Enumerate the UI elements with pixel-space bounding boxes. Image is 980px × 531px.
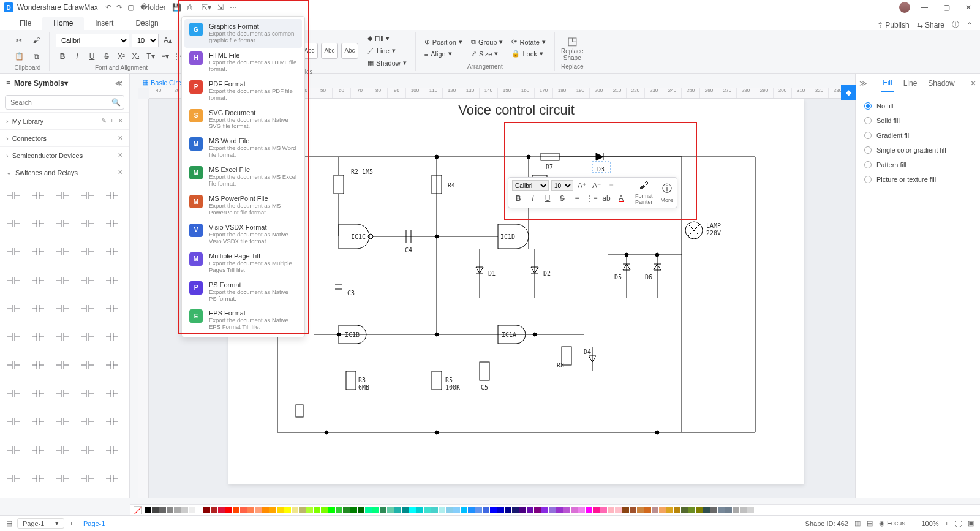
color-swatch[interactable] xyxy=(270,507,276,513)
fill-dropdown[interactable]: ◆ Fill▾ xyxy=(365,34,409,43)
export-item[interactable]: H HTML File Export the document as HTML … xyxy=(184,48,302,77)
category-semiconductor[interactable]: ›Semiconductor Devices✕ xyxy=(0,146,129,164)
color-swatch[interactable] xyxy=(189,507,195,513)
symbol-shape[interactable] xyxy=(53,467,76,489)
user-avatar[interactable] xyxy=(899,2,910,13)
remove-icon[interactable]: ✕ xyxy=(118,134,123,142)
mini-underline-icon[interactable]: U xyxy=(541,193,554,204)
text-fx-icon[interactable]: T▾ xyxy=(144,50,157,63)
color-swatch[interactable] xyxy=(681,507,688,513)
symbol-shape[interactable] xyxy=(28,410,51,432)
qa-more-icon[interactable]: ⋯ xyxy=(230,3,237,12)
color-swatch[interactable] xyxy=(718,507,725,513)
export-item[interactable]: M MS Word File Export the document as MS… xyxy=(184,134,302,162)
color-swatch[interactable] xyxy=(497,507,504,513)
color-swatch[interactable] xyxy=(365,507,372,513)
color-swatch[interactable] xyxy=(159,507,166,513)
symbol-shape[interactable] xyxy=(78,382,101,404)
bold-icon[interactable]: B xyxy=(56,50,69,63)
symbol-shape[interactable] xyxy=(78,269,101,292)
symbol-shape[interactable] xyxy=(4,213,27,235)
color-swatch[interactable] xyxy=(564,507,570,513)
symbol-shape[interactable] xyxy=(78,439,101,461)
symbol-search-input[interactable] xyxy=(5,95,108,110)
color-swatch[interactable] xyxy=(615,507,622,513)
color-swatch[interactable] xyxy=(733,507,739,513)
symbol-shape[interactable] xyxy=(102,326,126,348)
symbol-shape[interactable] xyxy=(102,354,126,376)
remove-icon[interactable]: ✕ xyxy=(118,151,123,159)
color-swatch[interactable] xyxy=(225,507,232,513)
color-swatch[interactable] xyxy=(637,507,644,513)
font-size-select[interactable]: 10 xyxy=(132,34,159,47)
symbol-shape[interactable] xyxy=(4,298,27,320)
color-swatch[interactable] xyxy=(387,507,394,513)
color-swatch[interactable] xyxy=(417,507,423,513)
zoom-in-button[interactable]: + xyxy=(945,520,949,527)
symbol-shape[interactable] xyxy=(53,298,76,320)
search-icon[interactable]: 🔍 xyxy=(108,95,124,110)
symbol-shape[interactable] xyxy=(78,410,101,432)
publish-button[interactable]: ⇡ Publish xyxy=(877,21,910,29)
strike-icon[interactable]: S̶ xyxy=(100,50,113,63)
superscript-icon[interactable]: X² xyxy=(115,50,128,63)
export-item[interactable]: S SVG Document Export the document as Na… xyxy=(184,105,302,134)
symbol-shape[interactable] xyxy=(53,410,76,432)
color-swatch[interactable] xyxy=(336,507,342,513)
fill-option[interactable]: Gradient fill xyxy=(864,128,971,143)
group-dropdown[interactable]: ⧉ Group▾ xyxy=(469,37,506,47)
format-painter-icon[interactable]: 🖌 xyxy=(29,34,43,47)
symbol-shape[interactable] xyxy=(53,269,76,292)
mini-fontcolor-icon[interactable]: A xyxy=(615,193,627,204)
page-tab[interactable]: Page-1 xyxy=(78,519,110,529)
position-dropdown[interactable]: ⊕ Position▾ xyxy=(422,37,465,47)
share-button[interactable]: ⇆ Share xyxy=(917,21,944,29)
style-swatch[interactable]: Abc xyxy=(341,43,358,59)
symbol-shape[interactable] xyxy=(78,213,101,235)
color-swatch[interactable] xyxy=(306,507,313,513)
symbol-shape[interactable] xyxy=(28,326,51,348)
color-swatch[interactable] xyxy=(571,507,578,513)
color-swatch[interactable] xyxy=(372,507,379,513)
symbol-shape[interactable] xyxy=(78,241,101,263)
export-item[interactable]: G Graphics Format Export the document as… xyxy=(184,19,302,48)
copy-icon[interactable]: ⧉ xyxy=(29,50,43,63)
undo-icon[interactable]: ↶ xyxy=(105,3,111,12)
color-swatch[interactable] xyxy=(328,507,335,513)
color-swatch[interactable] xyxy=(747,507,754,513)
color-swatch[interactable] xyxy=(314,507,320,513)
focus-button[interactable]: ◉ Focus xyxy=(879,519,905,527)
mini-size-select[interactable]: 10 xyxy=(551,180,573,191)
subscript-icon[interactable]: X₂ xyxy=(129,50,143,63)
italic-icon[interactable]: I xyxy=(70,50,84,63)
edit-icon[interactable]: ✎ xyxy=(101,117,107,125)
mini-grow-font-icon[interactable]: A⁺ xyxy=(576,180,588,191)
color-swatch[interactable] xyxy=(505,507,511,513)
symbol-shape[interactable] xyxy=(53,382,76,404)
symbol-shape[interactable] xyxy=(78,326,101,348)
symbol-shape[interactable] xyxy=(102,213,126,235)
color-swatch[interactable] xyxy=(622,507,629,513)
color-swatch[interactable] xyxy=(630,507,636,513)
symbol-shape[interactable] xyxy=(28,213,51,235)
lock-dropdown[interactable]: 🔒 Lock▾ xyxy=(509,49,548,58)
symbol-shape[interactable] xyxy=(102,269,126,292)
color-swatch[interactable] xyxy=(593,507,600,513)
paste-icon[interactable]: 📋 xyxy=(12,50,26,63)
symbol-shape[interactable] xyxy=(53,184,76,206)
color-swatch[interactable] xyxy=(740,507,747,513)
symbol-shape[interactable] xyxy=(78,467,101,489)
symbol-shape[interactable] xyxy=(53,354,76,376)
symbol-shape[interactable] xyxy=(4,184,27,206)
qa-print-icon[interactable]: ⎙ xyxy=(187,3,192,12)
pages-menu-icon[interactable]: ▤ xyxy=(6,519,12,527)
symbol-shape[interactable] xyxy=(28,184,51,206)
color-swatch[interactable] xyxy=(439,507,445,513)
mini-numbering-icon[interactable]: ⋮≡ xyxy=(586,193,598,204)
add-icon[interactable]: + xyxy=(110,117,114,125)
color-swatch[interactable] xyxy=(483,507,489,513)
symbol-shape[interactable] xyxy=(78,354,101,376)
collapse-panel-icon[interactable]: ≪ xyxy=(115,79,123,88)
bullets-icon[interactable]: ≡▾ xyxy=(159,50,172,63)
color-swatch[interactable] xyxy=(152,507,159,513)
